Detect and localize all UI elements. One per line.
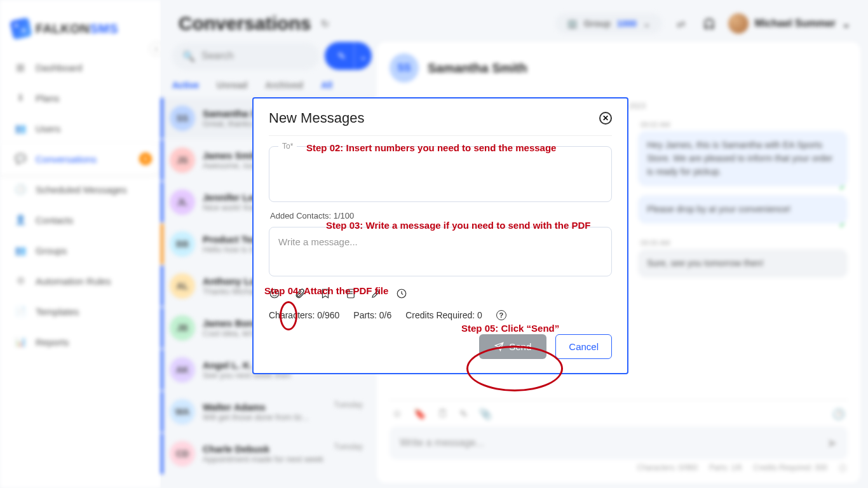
char-counter: Characters: 0/960 [637, 463, 698, 474]
building-icon: 🏢 [567, 18, 578, 29]
signature-icon[interactable]: ✎ [459, 408, 468, 420]
contact-name: Walter Adams [203, 402, 326, 412]
svg-point-2 [276, 292, 277, 294]
compose-button[interactable]: ✎ [325, 42, 358, 70]
nav-label: Plans [36, 93, 60, 104]
nav-groups[interactable]: 👥Groups [0, 235, 161, 266]
outgoing-message: Hey James, this is Samantha with EA Spor… [638, 131, 848, 186]
nav-plans[interactable]: ⬇Plans [0, 83, 161, 113]
nav-contacts[interactable]: 👤Contacts [0, 205, 161, 235]
chevron-down-icon: ⌄ [643, 18, 651, 29]
contact-icon: 👤 [14, 214, 27, 226]
new-message-modal: New Messages ✕ To* Added Contacts: 1/100… [252, 97, 628, 374]
nav-label: Dashboard [36, 62, 82, 73]
svg-point-0 [270, 289, 279, 298]
delivered-tick-icon: ✔ [839, 182, 845, 193]
nav-scheduled[interactable]: 🕓Scheduled Messages [0, 174, 161, 205]
logo: FALKONSMS [0, 8, 161, 52]
contact-avatar: CD [170, 441, 195, 466]
tab-all[interactable]: All [321, 80, 332, 90]
parts-counter: Parts: 0/6 [353, 310, 391, 320]
conversation-item[interactable]: CDCharle DebuskAppointment made for next… [161, 433, 372, 474]
message-day: Tuesday [334, 400, 363, 409]
nav-automation[interactable]: ⚙Automation Rules [0, 266, 161, 296]
send-button[interactable]: Send [479, 334, 546, 359]
logo-text: FALKONSMS [36, 22, 118, 36]
share-icon[interactable]: ⇄ [672, 15, 690, 32]
contact-avatar: JS [170, 147, 195, 173]
send-icon[interactable]: ➤ [827, 435, 837, 451]
template-icon: 📄 [14, 305, 27, 318]
search-icon: 🔍 [182, 50, 195, 62]
chat-icon: 💬 [14, 152, 27, 165]
conversation-item[interactable]: WAWalter AdamsWill get those done from l… [161, 391, 372, 432]
contact-avatar: JB [170, 315, 195, 341]
avatar [728, 13, 749, 34]
contact-avatar: BB [170, 231, 195, 257]
refresh-icon[interactable]: ↻ [321, 18, 329, 30]
note-icon[interactable]: 🗒 [438, 408, 448, 420]
bookmark-icon[interactable] [320, 288, 331, 302]
contact-avatar: AL [170, 273, 195, 299]
headset-icon[interactable]: 🎧 [700, 15, 718, 32]
nav-conversations[interactable]: 💬Conversations6 [0, 144, 166, 174]
message-placeholder: Write a message... [400, 437, 484, 449]
emoji-icon[interactable]: ☺ [392, 408, 402, 420]
contact-name: Samantha Smith [428, 61, 527, 76]
signature-icon[interactable] [370, 288, 382, 302]
topbar: Conversations ↻ 🏢 Group 1000 ⌄ ⇄ 🎧 Micha… [161, 0, 868, 38]
delivered-tick-icon: ✔ [839, 220, 845, 231]
download-icon: ⬇ [14, 92, 27, 104]
page-title: Conversations [179, 13, 311, 34]
nav-users[interactable]: 👥Users [0, 113, 161, 144]
attachment-icon[interactable] [294, 288, 306, 302]
nav-templates[interactable]: 📄Templates [0, 296, 161, 327]
nav-label: Automation Rules [36, 276, 111, 287]
schedule-icon[interactable] [396, 288, 407, 302]
tab-active[interactable]: Active [172, 80, 199, 90]
tab-archived[interactable]: Archived [265, 80, 303, 90]
message-field[interactable]: Write a message... [269, 227, 612, 276]
nav-label: Groups [36, 245, 67, 256]
compose-more-button[interactable]: ⌄ [354, 42, 372, 70]
nav-label: Scheduled Messages [36, 184, 126, 195]
attachment-icon[interactable]: 📎 [479, 408, 492, 420]
contact-avatar: AK [170, 357, 195, 383]
emoji-icon[interactable] [269, 288, 280, 302]
outgoing-message: Sure, see you tomorrow then! [638, 249, 848, 278]
template-icon[interactable] [345, 288, 356, 302]
nav-label: Conversations [36, 154, 97, 165]
bookmark-icon[interactable]: 🔖 [414, 408, 426, 420]
clock-icon[interactable]: 🕒 [832, 408, 845, 420]
logo-icon [10, 17, 32, 40]
cancel-button[interactable]: Cancel [555, 334, 612, 359]
contact-avatar: WA [170, 399, 195, 424]
send-label: Send [509, 341, 531, 352]
search-input[interactable]: 🔍 Search [172, 43, 320, 70]
group-label: Group [584, 18, 611, 29]
svg-point-1 [273, 292, 274, 294]
message-placeholder: Write a message... [278, 236, 358, 247]
user-menu[interactable]: Michael Summer ⌄ [728, 13, 850, 34]
nav-label: Users [36, 123, 60, 134]
credits-counter: Credits Required: 0 [405, 310, 482, 320]
group-number: 1000 [617, 18, 637, 29]
close-button[interactable]: ✕ [599, 112, 612, 125]
nav-label: Templates [36, 306, 79, 317]
to-field[interactable]: To* [269, 146, 612, 202]
nav-reports[interactable]: 📊Reports [0, 327, 161, 357]
info-icon[interactable]: ⓘ [839, 463, 846, 474]
clock-chat-icon: 🕓 [14, 183, 27, 196]
grid-icon: ▦ [14, 61, 27, 74]
message-timestamp: 09:02 AM [638, 121, 848, 128]
tab-unread[interactable]: Unread [217, 80, 247, 90]
unread-badge: 6 [139, 152, 152, 165]
nav-dashboard[interactable]: ▦Dashboard [0, 52, 161, 83]
info-icon[interactable]: ? [496, 310, 506, 320]
group-selector[interactable]: 🏢 Group 1000 ⌄ [555, 13, 662, 34]
nav-label: Contacts [36, 215, 73, 226]
contact-name: Charle Debusk [203, 444, 326, 454]
message-preview: Will get those done from liz... [203, 412, 326, 422]
search-placeholder: Search [201, 50, 234, 62]
message-input[interactable]: Write a message... ➤ [390, 426, 848, 459]
